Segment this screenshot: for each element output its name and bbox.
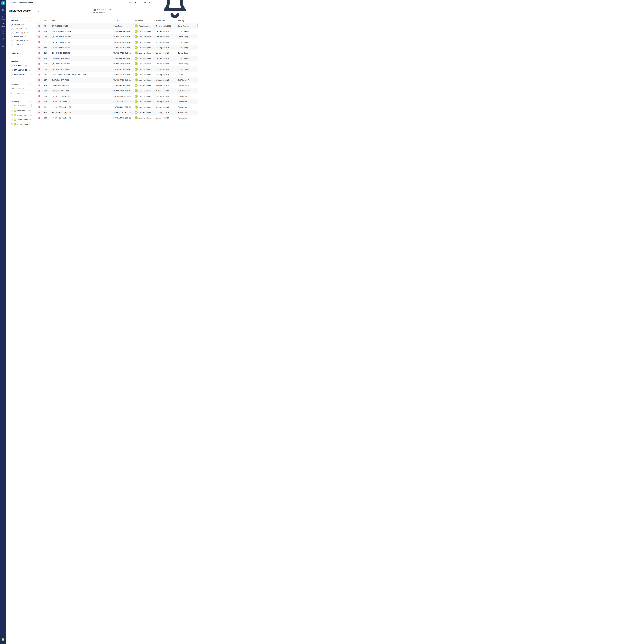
row-bookmark-icon[interactable] xyxy=(38,101,40,103)
row-bookmark-icon[interactable] xyxy=(38,36,40,38)
row-bookmark-icon[interactable] xyxy=(38,117,40,119)
item-type-option[interactable]: Control Sample(24) xyxy=(11,39,32,43)
settings-gear-icon[interactable] xyxy=(144,1,146,4)
row-bookmark-icon[interactable] xyxy=(38,52,40,54)
barcode-icon[interactable] xyxy=(129,1,132,4)
find-researchers-input[interactable] xyxy=(14,105,30,107)
grouping-toggle[interactable] xyxy=(92,9,96,11)
table-row[interactable]: 311HA 2% + B5 Stability – T3FSF-RACK-01-… xyxy=(36,104,198,110)
row-bookmark-icon[interactable] xyxy=(38,79,40,81)
sort-icon-id[interactable]: ▲▼ xyxy=(46,20,47,22)
core-icon xyxy=(2,30,4,33)
row-bookmark-icon[interactable] xyxy=(38,30,40,32)
sidebar-item-inventory[interactable]: Inventory xyxy=(0,21,6,29)
cell-item-type: Formulation xyxy=(176,99,198,104)
table-row[interactable]: 312HA 2% + B5 Stability – T3FSF-RACK-01-… xyxy=(36,99,198,104)
row-bookmark-icon[interactable] xyxy=(38,90,40,92)
row-bookmark-icon[interactable] xyxy=(38,25,40,27)
table-row[interactable]: 309HA 2% + B5 Stability – T3FSF-RACK-01-… xyxy=(36,115,198,121)
cell-item[interactable]: CellReGen-CAR-T-001 xyxy=(50,77,112,83)
row-bookmark-icon[interactable] xyxy=(38,106,40,108)
app-logo[interactable]: H xyxy=(1,1,5,5)
researcher-option[interactable]: ASAyana Shibata(8) xyxy=(11,117,32,122)
col-id[interactable]: ID ▲▼ xyxy=(42,18,50,23)
cell-item[interactable]: HA 2% + B5 Stability – T3 xyxy=(50,110,112,115)
cell-item[interactable]: QC-HCV-NEG-CTRL-14A xyxy=(50,34,112,39)
cell-item[interactable]: HA 2% + B5 Stability – T3 xyxy=(50,94,112,99)
scrollbar-thumb[interactable] xyxy=(197,24,198,27)
row-bookmark-icon[interactable] xyxy=(38,57,40,59)
globe-icon[interactable] xyxy=(134,1,137,4)
row-bookmark-icon[interactable] xyxy=(38,95,40,97)
date-to-input[interactable] xyxy=(17,93,37,94)
row-bookmark-icon[interactable] xyxy=(38,46,40,49)
bookmark-icon[interactable] xyxy=(139,1,141,4)
row-bookmark-icon[interactable] xyxy=(38,68,40,70)
row-bookmark-icon[interactable] xyxy=(38,74,40,76)
sidebar-item-core[interactable]: Core xyxy=(0,29,6,36)
item-type-option[interactable]: Donor Plasma(81) xyxy=(11,27,32,31)
item-type-option[interactable]: Cell Therapy Pr(75) xyxy=(11,31,32,35)
cell-item[interactable]: Donor Plasma Retention Sample – SEA Batc… xyxy=(50,72,112,77)
cell-item[interactable]: HA 2% + B5 Stability – T3 xyxy=(50,115,112,121)
cell-created-by: LHLuke Humphries xyxy=(133,77,155,83)
cell-item[interactable]: QC-HIV-HIGH-2025-001 xyxy=(50,50,112,56)
location-option[interactable]: Formulation Stability Fr...(72) xyxy=(11,72,32,77)
table-row[interactable]: 231Donor Plasma Retention Sample – SEA B… xyxy=(36,72,198,77)
table-row[interactable]: 316QC-HIV-HIGH-2025-001VAP-01-RACK-01-BO… xyxy=(36,66,198,72)
date-from-input[interactable] xyxy=(17,88,37,90)
collapse-icon[interactable] xyxy=(29,101,32,103)
sidebar-item-notebook[interactable]: Notebook xyxy=(0,14,6,21)
row-bookmark-icon[interactable] xyxy=(38,63,40,65)
table-row[interactable]: 317QC-HIV-HIGH-2025-001VAP-01-RACK-01-BO… xyxy=(36,61,198,66)
sidebar-item-analytics[interactable]: Analytics xyxy=(0,36,6,43)
table-row[interactable]: 319QC-HIV-HIGH-2025-001VAP-01-RACK-01-BO… xyxy=(36,50,198,56)
researcher-option[interactable]: RARobert Anderson(52) xyxy=(11,113,32,117)
sort-icon-item-active[interactable]: ▲▼ xyxy=(109,20,111,22)
breadcrumb-freezers[interactable]: Freezers xyxy=(9,2,16,4)
item-type-option[interactable]: Formulation(72) xyxy=(11,35,32,39)
table-row[interactable]: 313HA 2% + B5 Stability – T3FSF-RACK-01-… xyxy=(36,94,198,99)
cell-item[interactable]: QC-HIV-HIGH-2025-001 xyxy=(50,66,112,72)
table-row[interactable]: 322QC-HCV-NEG-CTRL-14AVAP-01-RACK-01-BOX… xyxy=(36,34,198,39)
col-item[interactable]: Item ▲▼ xyxy=(50,18,112,23)
collapse-icon[interactable] xyxy=(29,19,32,21)
cell-item[interactable]: QC-HCV-NEG-CTRL-14A xyxy=(50,45,112,50)
cell-item[interactable]: QC-HIV-HIGH-2025-001 xyxy=(50,61,112,66)
table-row[interactable]: 157CellReGen-CAR-T-001VAP-01-RACK-01-BOX… xyxy=(36,77,198,83)
collapse-icon[interactable] xyxy=(29,84,32,86)
researcher-option[interactable]: ATAmari Tomomi(2) xyxy=(11,122,32,126)
researcher-option[interactable]: LHLuke Humphries(203) xyxy=(11,108,32,113)
cell-item[interactable]: QC-HIV-HIGH-2025-001 xyxy=(50,56,112,61)
table-row[interactable]: 315CellReGen-CAR-T-001VAP-01-RACK-01-BOX… xyxy=(36,83,198,88)
search-input[interactable] xyxy=(40,10,88,12)
table-row[interactable]: 321QC-HCV-NEG-CTRL-14AVAP-01-RACK-01-BOX… xyxy=(36,39,198,45)
row-bookmark-icon[interactable] xyxy=(38,84,40,86)
cell-item[interactable]: QC-HCV-NEG-CTRL-14A xyxy=(50,29,112,34)
cell-id: 316 xyxy=(42,66,50,72)
cell-item[interactable]: QC-HCV-NEG-CTRL-14A xyxy=(50,39,112,45)
table-row[interactable]: 310HA 2% + B5 Stability – T3FSF-RACK-01-… xyxy=(36,110,198,115)
location-option[interactable]: CTR-LN2-VAP-01(93) xyxy=(11,68,32,72)
location-option[interactable]: Main Freezer(100) xyxy=(11,63,32,68)
row-bookmark-icon[interactable] xyxy=(38,111,40,113)
cell-item[interactable]: CellReGen-CAR-T-001 xyxy=(50,88,112,94)
table-row[interactable]: 314CellReGen-CAR-T-001VAP-01-RACK-01-BOX… xyxy=(36,88,198,94)
sidebar-item-add[interactable]: Add xyxy=(0,43,6,50)
cell-item[interactable]: HA 2% + B5 Stability – T3 xyxy=(50,99,112,104)
apps-grid-icon[interactable] xyxy=(149,1,151,4)
item-type-option[interactable]: All types(265) xyxy=(11,23,32,27)
cell-item[interactable]: HA 2% + B5 Stability – T3 xyxy=(50,104,112,110)
table-row[interactable]: 323QC-HCV-NEG-CTRL-14AVAP-01-RACK-01-BOX… xyxy=(36,29,198,34)
table-row[interactable]: 320QC-HCV-NEG-CTRL-14AVAP-01-RACK-01-BOX… xyxy=(36,45,198,50)
help-icon[interactable] xyxy=(197,1,199,4)
sidebar-item-dashboard[interactable]: Dashboard xyxy=(0,7,6,14)
table-row[interactable]: 78DP-TYO5572-250110Fresh FrozenRARobert … xyxy=(36,23,198,29)
collapse-icon[interactable] xyxy=(29,60,32,62)
cell-item[interactable]: CellReGen-CAR-T-001 xyxy=(50,83,112,88)
cell-item[interactable]: DP-TYO5572-250110 xyxy=(50,23,112,29)
table-row[interactable]: 318QC-HIV-HIGH-2025-001VAP-01-RACK-01-BO… xyxy=(36,56,198,61)
row-bookmark-icon[interactable] xyxy=(38,41,40,43)
item-type-option[interactable]: Default(13) xyxy=(11,43,32,46)
notifications-bell[interactable] xyxy=(156,0,194,22)
